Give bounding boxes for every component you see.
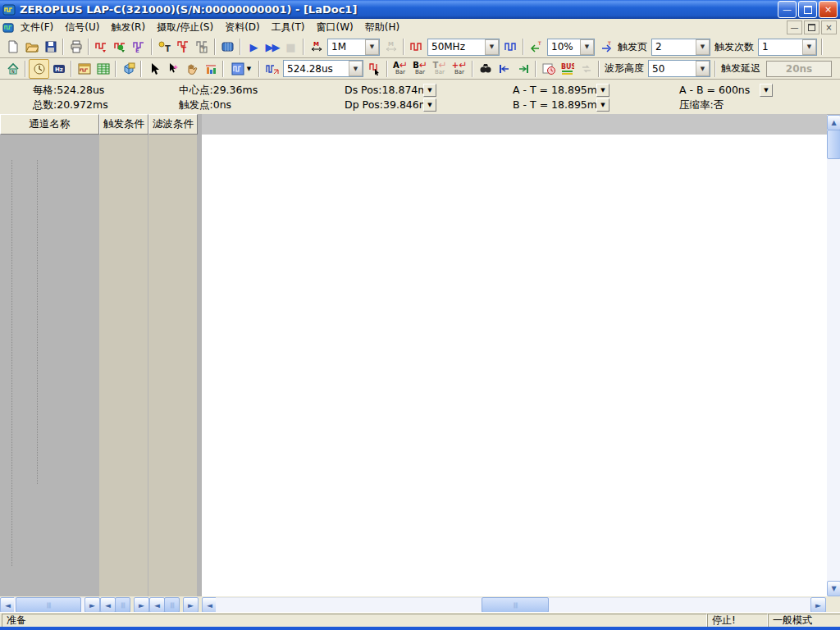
save-file-button[interactable] <box>41 38 60 56</box>
time-display-button[interactable] <box>29 59 49 79</box>
chevron-down-icon[interactable]: ▼ <box>696 39 710 55</box>
trigger-scroll-right-icon[interactable]: ► <box>134 597 149 613</box>
waveform-pane[interactable] <box>202 135 827 596</box>
module-button[interactable] <box>218 38 237 56</box>
trigger-point-value: 触发点:0ns <box>179 98 231 112</box>
hand-pan-button[interactable] <box>182 60 201 78</box>
svg-text:E: E <box>135 48 139 53</box>
waveform-window-button[interactable] <box>75 60 94 78</box>
navigator-3d-button[interactable] <box>119 60 138 78</box>
event-setup-button[interactable]: E <box>130 38 148 56</box>
restore-button[interactable] <box>798 1 817 18</box>
add-bar-button[interactable]: +↵Bar <box>450 60 469 78</box>
memory-depth-combo[interactable]: 1M▼ <box>327 39 380 56</box>
open-file-button[interactable] <box>22 38 41 56</box>
menu-window[interactable]: 窗口(W) <box>310 19 358 36</box>
channel-scroll-thumb[interactable] <box>16 597 81 613</box>
goto-previous-button[interactable] <box>495 60 514 78</box>
trigger-box-button[interactable]: T <box>193 38 212 56</box>
menu-file[interactable]: 文件(F) <box>15 19 59 36</box>
goto-trigger-icon[interactable]: T <box>596 38 615 56</box>
tree-line <box>11 160 12 566</box>
svg-text:T: T <box>537 40 541 46</box>
refresh-clock-button[interactable] <box>539 60 558 78</box>
channel-name-header[interactable]: 通道名称 <box>0 114 99 135</box>
a-t-value: A - T = 18.895ms <box>513 84 603 96</box>
display-mode-combo[interactable]: ▼ <box>226 60 256 78</box>
a-b-dropdown[interactable]: ▼ <box>760 84 773 97</box>
chevron-down-icon[interactable]: ▼ <box>349 61 363 76</box>
scroll-down-icon[interactable]: ▼ <box>827 581 840 596</box>
app-icon <box>2 3 16 16</box>
filter-scroll-thumb[interactable] <box>164 597 180 613</box>
time-ruler[interactable] <box>202 114 827 135</box>
main-area: 通道名称 触发条件 滤波条件 ▲ ▼ <box>0 114 840 596</box>
trigger-scroll-thumb[interactable] <box>115 597 130 613</box>
menu-data[interactable]: 资料(D) <box>219 19 266 36</box>
close-button[interactable]: × <box>819 1 838 18</box>
menu-tools[interactable]: 工具(T) <box>266 19 311 36</box>
trigger-page-combo[interactable]: 2▼ <box>651 39 710 56</box>
trigger-position-combo[interactable]: 10%▼ <box>547 39 595 56</box>
mdi-minimize-button[interactable]: — <box>787 21 802 34</box>
frequency-display-button[interactable]: Hz <box>49 60 68 78</box>
minimize-button[interactable]: — <box>778 1 797 18</box>
home-button[interactable]: N <box>3 60 22 78</box>
trigger-condition-header[interactable]: 触发条件 <box>99 114 148 135</box>
vertical-scroll-thumb[interactable] <box>827 130 840 159</box>
chevron-down-icon[interactable]: ▼ <box>580 39 594 55</box>
trigger-mark-button[interactable]: T <box>155 38 174 56</box>
mdi-restore-button[interactable] <box>804 21 819 34</box>
toolbar-standard: E T T T ▶ ▶▶ ■ M 1M▼ M 50MHz▼ T 10%▼ T 触… <box>0 36 840 58</box>
chevron-down-icon[interactable]: ▼ <box>485 39 499 55</box>
mdi-close-button[interactable]: × <box>821 21 837 34</box>
chevron-down-icon[interactable]: ▼ <box>696 61 710 76</box>
glitch-setup-button[interactable] <box>111 38 130 56</box>
pulse-cursor-icon[interactable] <box>365 60 384 78</box>
sync-button[interactable] <box>577 60 596 78</box>
filter-scroll-right-icon[interactable]: ► <box>183 597 199 613</box>
goto-next-button[interactable] <box>514 60 532 78</box>
b-t-dropdown[interactable]: ▼ <box>596 98 609 112</box>
wave-height-combo[interactable]: 50▼ <box>648 60 710 77</box>
menu-capture-stop[interactable]: 摄取/停止(S) <box>151 19 219 36</box>
channel-scroll-right-icon[interactable]: ► <box>84 597 100 613</box>
stop-button[interactable]: ■ <box>281 38 300 56</box>
menu-help[interactable]: 帮助(H) <box>359 19 405 36</box>
wave-scroll-right-icon[interactable]: ► <box>810 597 826 613</box>
filter-scroll-left-icon[interactable]: ◄ <box>149 597 165 613</box>
trigger-scroll-left-icon[interactable]: ◄ <box>100 597 116 613</box>
zoom-scale-combo[interactable]: 524.28us▼ <box>283 60 363 77</box>
bus-settings-button[interactable]: BUS <box>558 60 577 78</box>
trigger-count-combo[interactable]: 1▼ <box>758 39 817 56</box>
svg-text:M: M <box>388 41 394 48</box>
t-bar-button[interactable]: T↵Bar <box>430 60 450 78</box>
chevron-down-icon[interactable]: ▼ <box>802 39 816 55</box>
sampling-setup-button[interactable] <box>92 38 111 56</box>
select-cursor-button[interactable] <box>144 60 163 78</box>
menu-trigger[interactable]: 触发(R) <box>105 19 151 36</box>
a-t-dropdown[interactable]: ▼ <box>596 84 609 97</box>
application-window: ZEROPLUS LAP-C(321000)(S/N:00000000001) … <box>0 0 840 630</box>
menu-signal[interactable]: 信号(U) <box>59 19 105 36</box>
b-bar-button[interactable]: B↵Bar <box>410 60 430 78</box>
trigger-wave-button[interactable]: T <box>174 38 193 56</box>
a-bar-button[interactable]: A↵Bar <box>390 60 410 78</box>
dp-pos-dropdown[interactable]: ▼ <box>423 98 436 112</box>
waveform-canvas[interactable] <box>202 135 827 596</box>
sample-rate-combo[interactable]: 50MHz▼ <box>427 39 500 56</box>
vertical-scrollbar[interactable]: ▲ ▼ <box>827 115 840 596</box>
wave-scroll-thumb[interactable] <box>482 597 549 613</box>
ds-pos-dropdown[interactable]: ▼ <box>423 84 436 97</box>
search-button[interactable] <box>476 60 495 78</box>
multi-cursor-button[interactable] <box>163 60 182 78</box>
run-repeat-button[interactable]: ▶▶ <box>262 38 281 56</box>
run-single-button[interactable]: ▶ <box>244 38 262 56</box>
filter-condition-header[interactable]: 滤波条件 <box>148 114 198 135</box>
bar-analysis-button[interactable] <box>201 60 220 78</box>
listing-window-button[interactable] <box>94 60 112 78</box>
new-file-button[interactable] <box>3 38 22 56</box>
scroll-up-icon[interactable]: ▲ <box>827 115 840 130</box>
chevron-down-icon[interactable]: ▼ <box>365 39 379 55</box>
print-button[interactable] <box>66 38 85 56</box>
